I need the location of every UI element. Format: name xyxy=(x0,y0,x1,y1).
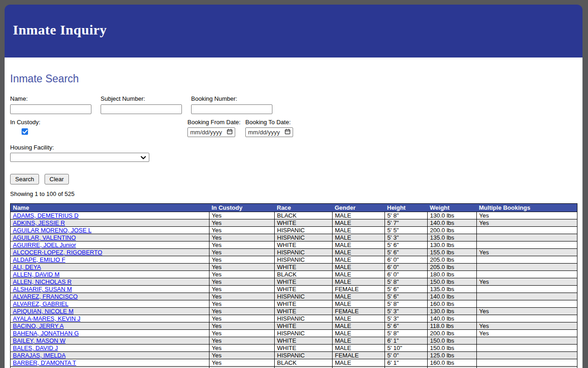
table-row: AGUIRRE, JOEL JuniorYesWHITEMALE5' 6"130… xyxy=(11,242,577,249)
booking-to-date-input[interactable]: mm/dd/yyyy xyxy=(245,127,293,137)
data-cell: Yes xyxy=(209,286,275,293)
data-cell: 135.0 lbs xyxy=(428,286,477,293)
inmate-link[interactable]: BAILEY, MASON W xyxy=(13,337,66,344)
data-cell xyxy=(477,286,577,293)
column-header-in-custody: In Custody xyxy=(209,204,275,212)
inmate-link[interactable]: ALI, DEYA xyxy=(13,264,41,270)
data-cell: 5' 8" xyxy=(385,212,428,219)
data-cell: FEMALE xyxy=(333,308,385,315)
inmate-link[interactable]: ALCOCER-LOPEZ, RIGOBERTO xyxy=(13,249,102,256)
data-cell: 130.0 lbs xyxy=(428,308,477,315)
housing-facility-select[interactable] xyxy=(10,153,149,162)
data-cell: Yes xyxy=(209,278,275,286)
calendar-icon[interactable] xyxy=(285,129,290,136)
inmate-link[interactable]: BALES, DAVID J xyxy=(13,345,58,351)
data-cell: MALE xyxy=(333,322,385,330)
booking-number-label: Booking Number: xyxy=(191,95,282,102)
table-row: ADAMS, DEMETRIUS DYesBLACKMALE5' 8"130.0… xyxy=(11,212,577,219)
name-cell: ALCOCER-LOPEZ, RIGOBERTO xyxy=(11,249,209,256)
column-header-gender: Gender xyxy=(333,204,385,212)
inmate-results-table: Name In Custody Race Gender Height Weigh… xyxy=(10,203,577,368)
calendar-icon[interactable] xyxy=(227,129,232,136)
inmate-link[interactable]: AYALA-MARES, KEVIN J xyxy=(13,315,80,322)
data-cell: MALE xyxy=(333,219,385,227)
inmate-link[interactable]: ALDAPE, EMILIO F xyxy=(13,256,65,263)
data-cell: HISPANIC xyxy=(275,352,333,359)
table-row: ADKINS, JESSIE RYesWHITEMALE5' 7"140.0 l… xyxy=(11,219,577,227)
inmate-link[interactable]: AGUIRRE, JOEL Junior xyxy=(13,242,76,248)
data-cell: 5' 5" xyxy=(385,227,428,234)
data-cell: WHITE xyxy=(275,219,333,227)
booking-number-input[interactable] xyxy=(191,104,272,114)
data-cell: MALE xyxy=(333,242,385,249)
in-custody-checkbox[interactable] xyxy=(22,128,28,135)
data-cell: 200.0 lbs xyxy=(428,227,477,234)
table-row: ALSHARIF, SUSAN MYesWHITEFEMALE5' 6"135.… xyxy=(11,286,577,293)
inmate-link[interactable]: ALSHARIF, SUSAN M xyxy=(13,286,72,293)
clear-button[interactable]: Clear xyxy=(45,174,69,184)
inmate-link[interactable]: ALLEN, NICHOLAS R xyxy=(13,278,72,285)
data-cell: Yes xyxy=(477,249,577,256)
data-cell: MALE xyxy=(333,249,385,256)
data-cell xyxy=(477,242,577,249)
data-cell: HISPANIC xyxy=(275,293,333,300)
data-cell: 150.0 lbs xyxy=(428,278,477,286)
data-cell: Yes xyxy=(209,330,275,337)
column-header-name: Name xyxy=(11,204,209,212)
data-cell: BLACK xyxy=(275,367,333,368)
subject-number-input[interactable] xyxy=(101,104,182,114)
data-cell: 5' 8" xyxy=(385,300,428,308)
inmate-link[interactable]: BARBER, D'AMONTA T xyxy=(13,359,76,366)
inmate-link[interactable]: ALVAREZ, GABRIEL xyxy=(13,300,68,307)
name-cell: AGUILAR, VALENTINO xyxy=(11,234,209,242)
data-cell xyxy=(477,345,577,352)
data-cell: 155.0 lbs xyxy=(428,249,477,256)
data-cell: 130.0 lbs xyxy=(428,212,477,219)
data-cell: 5' 6" xyxy=(385,293,428,300)
table-header-row: Name In Custody Race Gender Height Weigh… xyxy=(11,204,577,212)
data-cell: 6' 1" xyxy=(385,359,428,367)
data-cell: 6' 0" xyxy=(385,271,428,278)
data-cell: 6' 0" xyxy=(385,256,428,264)
data-cell: HISPANIC xyxy=(275,227,333,234)
data-cell: MALE xyxy=(333,271,385,278)
inmate-link[interactable]: APIQUIAN, NICOLE M xyxy=(13,308,74,315)
search-button[interactable]: Search xyxy=(10,174,39,184)
inmate-link[interactable]: BARAJAS, IMELDA xyxy=(13,352,66,359)
data-cell: 140.0 lbs xyxy=(428,315,477,322)
inmate-link[interactable]: BACINO, JERRY A xyxy=(13,322,64,329)
table-row: ALCOCER-LOPEZ, RIGOBERTOYesHISPANICMALE5… xyxy=(11,249,577,256)
data-cell xyxy=(477,315,577,322)
name-input[interactable] xyxy=(10,104,91,114)
data-cell: 150.0 lbs xyxy=(428,337,477,345)
data-cell: WHITE xyxy=(275,308,333,315)
table-row: BARAJAS, IMELDAYesHISPANICFEMALE5' 0"125… xyxy=(11,352,577,359)
data-cell: WHITE xyxy=(275,264,333,271)
main-content: Inmate Search Name: Subject Number: Book… xyxy=(5,58,582,368)
data-cell: Yes xyxy=(209,300,275,308)
data-cell: WHITE xyxy=(275,286,333,293)
data-cell: Yes xyxy=(209,359,275,367)
data-cell: WHITE xyxy=(275,345,333,352)
data-cell: 135.0 lbs xyxy=(428,234,477,242)
booking-from-date-input[interactable]: mm/dd/yyyy xyxy=(187,127,235,137)
data-cell: 5' 6" xyxy=(385,322,428,330)
data-cell: Yes xyxy=(477,278,577,286)
data-cell xyxy=(477,300,577,308)
inmate-link[interactable]: ADAMS, DEMETRIUS D xyxy=(13,212,79,219)
data-cell: FEMALE xyxy=(333,286,385,293)
inmate-link[interactable]: BAHENA, JONATHAN G xyxy=(13,330,79,337)
data-cell: HISPANIC xyxy=(275,249,333,256)
inmate-link[interactable]: ALLEN, DAVID M xyxy=(13,271,60,278)
name-cell: AGUIRRE, JOEL Junior xyxy=(11,242,209,249)
name-cell: ADKINS, JESSIE R xyxy=(11,219,209,227)
data-cell xyxy=(477,293,577,300)
inmate-link[interactable]: AGUILAR MORENO, JOSE L xyxy=(13,227,91,234)
inmate-link[interactable]: ALVAREZ, FRANCISCO xyxy=(13,293,78,300)
date-placeholder: mm/dd/yyyy xyxy=(248,129,280,136)
inmate-link[interactable]: ADKINS, JESSIE R xyxy=(13,219,65,226)
data-cell: 200.0 lbs xyxy=(428,330,477,337)
data-cell: MALE xyxy=(333,300,385,308)
inmate-link[interactable]: AGUILAR, VALENTINO xyxy=(13,234,76,241)
data-cell: Yes xyxy=(477,308,577,315)
